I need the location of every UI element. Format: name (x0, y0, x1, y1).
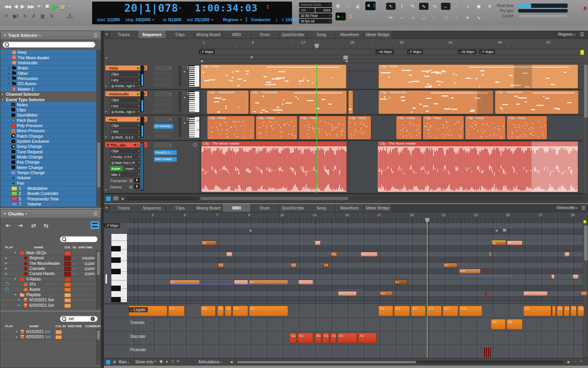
midi-close-window-button[interactable]: ✕ (104, 204, 110, 212)
clip-harp-3[interactable]: Clip - Harp (347, 116, 371, 140)
sequence-mini-menu-icon[interactable]: ☰ (580, 31, 584, 38)
upload-mix-icon[interactable]: ⇡ (367, 13, 371, 19)
sidebar-track-item-harp[interactable]: ♪Harp (0, 50, 96, 55)
keyboard-zoom-slider[interactable] (105, 274, 107, 284)
memory-start-marker[interactable]: ▶ (251, 55, 253, 59)
collapse-icon[interactable]: ▸ (105, 110, 107, 113)
expression-select[interactable]: ▾ (154, 91, 172, 97)
legato-chip-a1[interactable]: A1 (225, 306, 232, 316)
metronome-icon[interactable]: ◭ (356, 2, 360, 9)
punch-box-marker[interactable] (503, 229, 506, 231)
collapse-icon[interactable]: ▸ (105, 84, 107, 87)
event-type-item-pitch-bend[interactable]: ∿Pitch Bend (0, 118, 96, 123)
comp-tool[interactable]: ▭ (430, 14, 439, 21)
sidebar-track-item-percussion[interactable]: ▸Percussion (0, 76, 96, 81)
updown-arrows[interactable] (178, 117, 181, 137)
expression-select[interactable]: ▾ (154, 66, 172, 71)
chunk-row-main-seqs[interactable]: ▾Main SEQs (0, 250, 96, 255)
play-button[interactable]: ▶ (52, 2, 56, 11)
midi-note-g1-2[interactable]: G1 (218, 263, 224, 268)
scroll-thumb[interactable] (584, 225, 588, 261)
zoom-tool[interactable]: ⌕ (463, 3, 472, 10)
filtered-chunk-row-6-20-2021-set[interactable]: ▸6/20/2021 Set (0, 334, 96, 339)
tremolo-chip-b1[interactable]: B1 (506, 319, 523, 330)
event-type-item-poly-pressure[interactable]: ⁚Poly Pressure (0, 123, 96, 128)
event-type-item-meter-change[interactable]: Meter Change (0, 165, 96, 170)
grid-view-icon[interactable] (106, 360, 111, 364)
legato-chip-c1[interactable]: C1 (411, 306, 426, 316)
auto-stop-icon[interactable]: ◼‖ (13, 13, 18, 19)
chunk-color-chip[interactable] (64, 304, 71, 308)
midi-note-d1-23[interactable]: D1 (523, 291, 548, 296)
clip-audio-1[interactable]: Clip - The Moon Awake (377, 141, 578, 192)
chunk-color-chip[interactable] (55, 335, 62, 339)
sequence-chunk-selector[interactable]: Regress ▾ (558, 31, 575, 39)
chunks-menu-icon[interactable]: ☰ (93, 210, 98, 218)
volume-strip[interactable] (140, 91, 144, 112)
chunks-filter-search[interactable]: ✕ (60, 316, 98, 322)
midi-tab-mixing-board[interactable]: Mixing Board (194, 204, 223, 212)
chunk-view-toggle[interactable] (91, 221, 99, 229)
articulations-select[interactable]: Articulations ▾ (198, 360, 222, 364)
collapse-icon[interactable]: ▸ (105, 188, 107, 191)
legato-chip-g1[interactable]: G1 (443, 306, 458, 316)
chunk-row-vi-s[interactable]: VI's (0, 282, 96, 287)
clip-harp-1[interactable]: Clip - Harp (256, 116, 298, 140)
event-type-item-soundbites[interactable]: Soundbites (0, 113, 96, 118)
scroll-thumb[interactable] (97, 330, 100, 340)
midi-track-selector[interactable]: Violoncello ▾ (556, 204, 578, 212)
velocity-tool[interactable]: ⋔ (452, 14, 461, 21)
slip-tool[interactable]: ← (441, 3, 450, 10)
track-io-select-2[interactable]: ◎Main Out L-R▾ (110, 160, 141, 165)
midi-note-g1-9[interactable]: G1 (323, 263, 329, 268)
play-backward-button[interactable]: ◀ (14, 3, 17, 9)
link-icon[interactable]: ⇅ (49, 13, 53, 19)
scroll-left-icon[interactable]: ◀ (121, 197, 123, 200)
midi-tab-quickscribe[interactable]: QuickScribe (279, 204, 307, 212)
scroll-thumb[interactable] (200, 197, 348, 200)
power-icon[interactable] (5, 288, 9, 291)
midi-tab-tracks[interactable]: Tracks (110, 204, 138, 212)
expand-right-icon[interactable]: ▸ (18, 304, 20, 307)
grid-view-icon[interactable] (106, 196, 111, 201)
counter-caret-icon[interactable]: ▼ (179, 7, 181, 9)
staccato-chip-a1[interactable]: A1 (330, 333, 336, 343)
sequence-tab-tracks[interactable]: Tracks (110, 31, 138, 38)
transpose-checkbox[interactable] (129, 179, 133, 183)
clip-harp-6[interactable]: Clip - Harp (465, 116, 506, 140)
chunks-search[interactable] (60, 236, 98, 242)
scissors-tool[interactable]: ✂ (386, 14, 396, 21)
track-selector-caret-icon[interactable]: ▾ (39, 34, 41, 37)
sidebar-track-item-do-auxes[interactable]: ▸DO Auxes (0, 81, 96, 86)
sidebar-track-item-violoncello[interactable]: ♪Violoncello (0, 60, 96, 66)
preroll-bars-selector[interactable]: 2BARS (67, 13, 73, 19)
midi-note-a1-25[interactable]: A1 (564, 252, 570, 257)
rewind-button[interactable]: ◀◀ (4, 4, 10, 9)
return-to-start-button[interactable]: ⇤ (38, 3, 42, 10)
staccato-chip-e1[interactable]: E1 (298, 333, 313, 343)
stop-marker[interactable]: ◀ (345, 59, 347, 63)
insert-select[interactable]: Insert▾ (124, 166, 141, 171)
midi-ruler[interactable]: 357911131517192123252729 (104, 212, 588, 223)
collapse-all-icon[interactable]: ▾ (106, 56, 107, 60)
sequence-tab-song[interactable]: Song (307, 31, 336, 38)
automation-mode-select[interactable]: Auto ▾ (110, 166, 123, 171)
expand-right-icon[interactable]: ▸ (8, 72, 12, 75)
chunk-row-cursed-hands[interactable]: ▶Cursed Hands-1|1|00 (0, 271, 96, 276)
track-io-select-1[interactable]: Iany▾ (110, 77, 141, 82)
event-type-item-patch-change[interactable]: ◥Patch Change (0, 134, 96, 139)
chunk-row-6-20-2021-set[interactable]: ▸6/20/2021 Set (0, 303, 96, 308)
event-type-item-song-change[interactable]: ◥Song Change (0, 144, 96, 149)
pizzicato-chip-0[interactable] (483, 348, 491, 357)
brush-tool[interactable]: ✐ (452, 3, 461, 10)
chunk-row-playlists[interactable]: ▾Playlists (0, 292, 96, 297)
track-play-icon[interactable]: ▶ (137, 92, 140, 96)
updown-arrows[interactable] (178, 66, 181, 86)
bit-depth-select[interactable]: 32 Bit Float▾ (299, 13, 332, 18)
scroll-thumb[interactable] (584, 65, 588, 118)
sidebar-track-item-other[interactable]: ▸Other (0, 71, 96, 76)
expand-right-icon[interactable]: ▸ (16, 330, 18, 333)
detune-checkbox[interactable] (129, 185, 133, 189)
sequence-tab-quickscribe[interactable]: QuickScribe (279, 31, 307, 38)
plugin-chip-mw-leveler[interactable]: MW Leveler (154, 157, 177, 162)
